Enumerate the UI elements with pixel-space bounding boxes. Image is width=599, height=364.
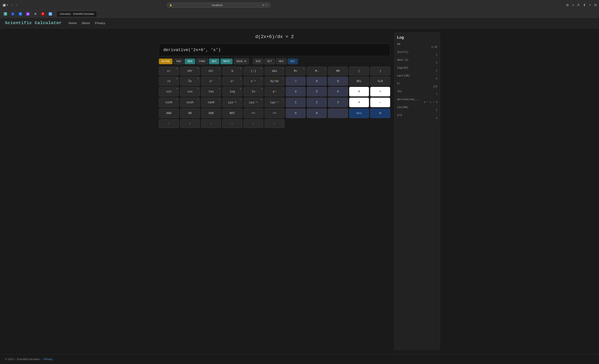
calc-btn-2[interactable]: 2 <box>307 98 327 107</box>
calc-btn-M[interactable]: M+y <box>286 67 306 76</box>
calc-btn-[interactable]: ) <box>370 67 390 76</box>
calc-btn-[interactable]: = <box>370 109 390 118</box>
calc-btn-OR[interactable]: OR <box>180 109 200 118</box>
calc-btn-[interactable]: – <box>370 98 390 107</box>
log-entry[interactable]: log(10) 1 <box>397 66 437 73</box>
share-icon[interactable]: ⬆ <box>583 3 586 7</box>
mode-hex[interactable]: HEX <box>276 59 286 64</box>
calc-btn-NOT[interactable]: NOT <box>222 109 242 118</box>
calc-btn-sin[interactable]: sinm <box>159 87 179 96</box>
calc-btn-[interactable]: × <box>349 87 369 96</box>
calc-btn-cosh[interactable]: cosht <box>180 98 200 107</box>
calc-btn-7[interactable]: 7 <box>286 77 306 86</box>
calc-btn-tan[interactable]: tan⁻¹x <box>264 98 284 107</box>
calc-btn-F[interactable]: F <box>264 119 284 128</box>
calc-btn-[interactable]: . <box>328 109 348 118</box>
calc-btn-tan[interactable]: tano <box>201 87 221 96</box>
calc-btn-sin[interactable]: sin⁻¹v <box>222 98 242 107</box>
log-entry[interactable]: 5! 120 <box>397 81 437 89</box>
footer-privacy-link[interactable]: Privacy <box>44 357 53 361</box>
calc-btn-DEL[interactable]: DEL <box>349 77 369 86</box>
calc-btn-abs[interactable]: absf <box>264 67 284 76</box>
browser-tab[interactable]: Calculator - ScientificCalculator <box>57 11 97 17</box>
calc-btn-CLR[interactable]: CLR <box>370 77 390 86</box>
calc-btn-nPr[interactable]: nPrb <box>180 67 200 76</box>
mode-oct[interactable]: OCT <box>264 59 275 64</box>
calc-btn-C[interactable]: C <box>201 119 221 128</box>
calc-btn-[interactable]: %d <box>222 67 242 76</box>
calc-btn-x[interactable]: √xg <box>159 77 179 86</box>
calc-btn-0[interactable]: 0 <box>307 109 327 118</box>
nav-privacy[interactable]: Privacy <box>95 21 105 25</box>
calc-btn-[interactable]: π <box>286 109 306 118</box>
calc-btn-dydx[interactable]: dy/dxl <box>264 77 284 86</box>
calc-btn-5[interactable]: 5 <box>307 87 327 96</box>
mode-frac[interactable]: FRAC <box>196 59 208 64</box>
bookmark-t[interactable]: T <box>2 12 8 16</box>
calc-btn-4[interactable]: 4 <box>286 87 306 96</box>
calc-btn-x[interactable]: ∛xh <box>180 77 200 86</box>
nav-about[interactable]: About <box>82 21 90 25</box>
log-entry[interactable]: abs(-3) 3 <box>397 58 437 66</box>
calc-btn-MR[interactable]: MR <box>328 67 348 76</box>
log-entry[interactable]: derivative(... 4 * x + 3 <box>397 97 437 105</box>
calc-btn-ln[interactable]: lnq <box>244 87 264 96</box>
calc-btn-[interactable]: >> <box>264 109 284 118</box>
log-entry[interactable]: 6% 0.06 <box>397 42 437 50</box>
tabs-icon[interactable]: ⧉ <box>594 3 597 7</box>
calc-btn-e[interactable]: eˣr <box>264 87 284 96</box>
calc-btn-M[interactable]: M–z <box>307 67 327 76</box>
calc-btn-D[interactable]: D <box>222 119 242 128</box>
calc-btn-x[interactable]: x!a <box>159 67 179 76</box>
settings-icon[interactable]: ⚙ <box>566 3 569 7</box>
calc-btn-x[interactable]: xʸj <box>222 77 242 86</box>
calc-btn-[interactable]: ÷ <box>370 87 390 96</box>
mode-basen[interactable]: BASE-N <box>234 59 249 64</box>
calc-btn-E[interactable]: E <box>244 119 264 128</box>
calc-btn-8[interactable]: 8 <box>307 77 327 86</box>
bookmark-d[interactable]: D <box>40 12 46 16</box>
calc-btn-[interactable]: (–)e <box>244 67 264 76</box>
calc-btn-3[interactable]: 3 <box>328 98 348 107</box>
mode-rad[interactable]: RAD <box>174 59 184 64</box>
log-entry[interactable]: sin(90) 1 <box>397 105 437 113</box>
calc-btn-x[interactable]: x²i <box>201 77 221 86</box>
sidebar-toggle-button[interactable]: ▣ ▾ <box>2 3 8 7</box>
mode-dec2[interactable]: DEC <box>288 59 298 64</box>
calc-btn-B[interactable]: B <box>180 119 200 128</box>
calc-btn-[interactable]: ( <box>349 67 369 76</box>
log-entry[interactable]: 7C1 7 <box>397 89 437 97</box>
calc-btn-sinh[interactable]: sinhs <box>159 98 179 107</box>
input-display[interactable]: derivative('2x+6', 'x') <box>159 44 390 56</box>
calc-btn-cos[interactable]: cosn <box>180 87 200 96</box>
bookmark-c[interactable]: C <box>18 12 23 16</box>
nav-home[interactable]: Home <box>68 21 77 25</box>
calc-btn-nCr[interactable]: nCrc <box>201 67 221 76</box>
refresh-icon[interactable]: ↻ <box>266 4 268 7</box>
mode-alpha[interactable]: ALPHA <box>159 59 172 64</box>
small-a-icon[interactable]: A <box>572 4 574 7</box>
mode-deg[interactable]: DEG <box>185 59 195 64</box>
large-a-icon[interactable]: A <box>577 3 580 7</box>
calc-btn-[interactable]: + <box>349 98 369 107</box>
calc-btn-9[interactable]: 9 <box>328 77 348 86</box>
log-entry[interactable]: 1+3 4 <box>397 113 437 121</box>
calc-btn-log[interactable]: logp <box>222 87 242 96</box>
url-input[interactable] <box>174 4 261 7</box>
bookmark-l[interactable]: L <box>10 12 16 16</box>
forward-button[interactable]: › <box>15 2 18 8</box>
log-entry[interactable]: ln(e^1) 1 <box>397 50 437 58</box>
bookmark-gh[interactable]: ⊙ <box>32 12 38 16</box>
calc-btn-1[interactable]: 1 <box>286 98 306 107</box>
calc-btn-6[interactable]: 6 <box>328 87 348 96</box>
mode-bin[interactable]: BIN <box>253 59 263 64</box>
calc-btn-cos[interactable]: cos⁻¹w <box>244 98 264 107</box>
reader-mode-icon[interactable]: ⊞ <box>262 4 264 7</box>
bookmark-star[interactable]: ✦ <box>47 12 53 16</box>
new-tab-icon[interactable]: + <box>589 3 591 7</box>
back-button[interactable]: ‹ <box>11 2 13 8</box>
address-bar[interactable]: 🔒 ⊞ ↻ <box>167 2 271 8</box>
bookmark-twitch[interactable]: ▬ <box>25 12 31 16</box>
calc-btn-AND[interactable]: AND <box>159 109 179 118</box>
calc-btn-x[interactable]: x⁻¹k <box>244 77 264 86</box>
